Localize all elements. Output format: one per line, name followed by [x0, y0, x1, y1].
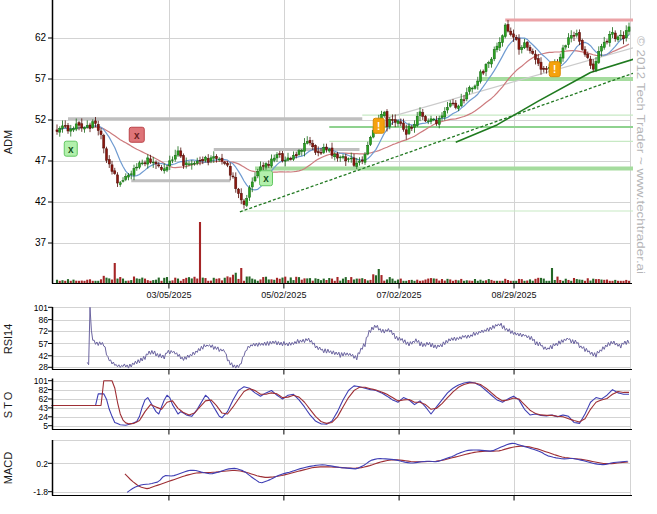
rsi-panel-label: RSI14: [2, 324, 14, 355]
y-axis-label: 72: [39, 326, 49, 336]
x-axis-date: 07/02/2025: [377, 290, 422, 300]
y-axis-label: 57: [39, 339, 49, 349]
y-axis-label: 28: [39, 362, 49, 372]
sto-lines: [52, 381, 630, 426]
x-axis-date: 05/02/2025: [261, 290, 306, 300]
signal-marker-glyph: x: [134, 130, 140, 141]
signal-marker-glyph: !: [553, 64, 556, 75]
signal-marker-glyph: !: [377, 121, 380, 132]
y-axis-label: 42: [39, 351, 49, 361]
y-axis-label: -1.8: [33, 487, 48, 497]
y-axis-label: 0.2: [36, 459, 48, 469]
rsi-line: [87, 307, 629, 368]
stock-chart: xxx!!62575247423710186725742281018262432…: [0, 0, 657, 514]
y-axis-label: 5: [43, 421, 48, 431]
x-axis-date: 08/29/2025: [492, 290, 537, 300]
y-axis-label: 37: [35, 237, 47, 248]
macd-panel-label: MACD: [2, 452, 14, 484]
y-axis-label: 47: [35, 155, 47, 166]
signal-marker-glyph: x: [68, 144, 74, 155]
y-axis-label: 101: [34, 303, 48, 313]
signal-marker-glyph: x: [263, 173, 269, 184]
ticker-label: ADM: [2, 130, 14, 154]
sto-panel-label: STO: [2, 390, 14, 418]
y-axis-label: 62: [35, 32, 47, 43]
chart-page: xxx!!62575247423710186725742281018262432…: [0, 0, 657, 514]
y-axis-label: 57: [35, 73, 47, 84]
y-axis-label: 42: [35, 196, 47, 207]
volume-series: [56, 222, 630, 283]
y-axis-label: 52: [35, 114, 47, 125]
trend-lines: [240, 48, 633, 212]
watermark-text: © 2012 Tech Trader ~ www.techtrader.ai: [635, 36, 647, 274]
x-axis-labels: 03/05/202505/02/202507/02/202508/29/2025: [146, 290, 536, 300]
y-axis-label: 86: [39, 315, 49, 325]
support-resistance-lines: [68, 20, 633, 211]
x-axis-date: 03/05/2025: [146, 290, 191, 300]
macd-lines: [125, 443, 628, 492]
